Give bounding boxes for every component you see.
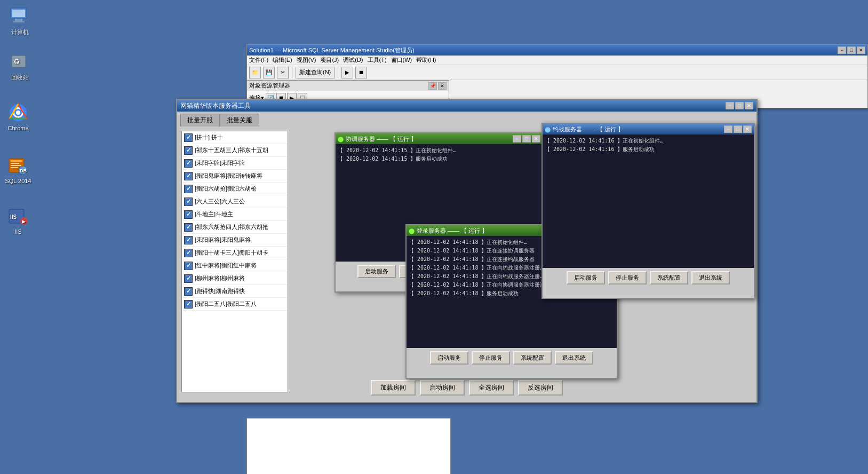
appoint-server-maximize[interactable]: □ xyxy=(734,125,742,133)
ssms-menu-project[interactable]: 项目(J) xyxy=(320,56,339,64)
room-item-8: [耒阳麻将]耒阳鬼麻将 xyxy=(182,234,288,247)
icon-iis[interactable]: IIS ▶ IIS xyxy=(1,206,35,235)
ssms-menu-debug[interactable]: 调试(D) xyxy=(343,56,363,64)
room-checkbox-4[interactable] xyxy=(184,185,193,193)
obj-explorer-pin-button[interactable]: 📌 xyxy=(428,82,437,90)
iis-label: IIS xyxy=(14,228,21,235)
chrome-label: Chrome xyxy=(7,125,28,131)
svg-text:♻: ♻ xyxy=(13,57,20,66)
room-label-8: [耒阳麻将]耒阳鬼麻将 xyxy=(195,236,251,244)
svg-point-10 xyxy=(16,110,20,115)
ssms-titlebar: Solution1 — Microsoft SQL Server Managem… xyxy=(247,45,867,56)
coord-server-title: 协调服务器 —— 【 运行 】 xyxy=(346,135,417,143)
ssms-menu-help[interactable]: 帮助(H) xyxy=(416,56,436,64)
tab-open-servers[interactable]: 批量开服 xyxy=(180,114,220,127)
coord-start-service-button[interactable]: 启动服务 xyxy=(357,265,396,278)
appoint-server-close[interactable]: ✕ xyxy=(743,125,752,133)
icon-computer[interactable]: 计算机 xyxy=(3,5,37,36)
svg-text:IIS: IIS xyxy=(10,214,17,220)
main-tool-titlebar: 网猫精华版本服务器工具 − □ ✕ xyxy=(177,100,756,112)
coord-server-close[interactable]: ✕ xyxy=(532,135,540,143)
start-room-button[interactable]: 启动房间 xyxy=(420,380,465,396)
toolbar-btn-4[interactable]: ▶ xyxy=(341,67,353,78)
login-config-button[interactable]: 系统配置 xyxy=(513,351,552,365)
ssms-menu-file[interactable]: 文件(F) xyxy=(249,56,268,64)
toolbar-btn-5[interactable]: ⏹ xyxy=(355,67,367,78)
toolbar-sep-2 xyxy=(338,68,338,77)
room-checkbox-11[interactable] xyxy=(184,274,193,283)
recycle-label: 回收站 xyxy=(11,74,29,82)
toolbar-btn-3[interactable]: ✂ xyxy=(277,67,289,78)
desktop: 计算机 ♻ 回收站 Chrome xyxy=(0,0,868,474)
ssms-minimize-button[interactable]: − xyxy=(838,46,846,54)
ssms-menu-window[interactable]: 窗口(W) xyxy=(391,56,412,64)
toolbar-btn-1[interactable]: 📁 xyxy=(249,67,261,78)
room-checkbox-13[interactable] xyxy=(184,300,193,309)
ssms-menu-tools[interactable]: 工具(T) xyxy=(368,56,387,64)
icon-recycle[interactable]: ♻ 回收站 xyxy=(3,51,37,82)
room-item-1: [祁东十五胡三人]祁东十五胡 xyxy=(182,144,288,157)
appoint-server-log: 【 2020-12-02 14:41:16 】正在初始化组件…【 2020-12… xyxy=(543,135,754,268)
sql-label: SQL 2014 xyxy=(5,178,31,184)
ssms-menu-edit[interactable]: 编辑(E) xyxy=(273,56,292,64)
main-maximize-button[interactable]: □ xyxy=(735,102,744,109)
room-checkbox-8[interactable] xyxy=(184,236,193,244)
bottom-partial-window xyxy=(246,418,451,474)
sql-icon: DB xyxy=(7,155,29,176)
room-checkbox-5[interactable] xyxy=(184,198,193,206)
toolbar-btn-2[interactable]: 💾 xyxy=(263,67,275,78)
coord-server-titlebar: ⬤ 协调服务器 —— 【 运行 】 − □ ✕ xyxy=(336,133,543,144)
room-label-2: [耒阳字牌]耒阳字牌 xyxy=(195,159,245,167)
room-checkbox-2[interactable] xyxy=(184,159,193,168)
icon-sql2014[interactable]: DB SQL 2014 xyxy=(1,155,35,184)
login-server-buttons: 启动服务 停止服务 系统配置 退出系统 xyxy=(407,348,617,368)
ssms-maximize-button[interactable]: □ xyxy=(847,46,856,54)
new-query-button[interactable]: 新建查询(N) xyxy=(296,67,335,78)
room-item-12: [跑得快]湖南跑得快 xyxy=(182,285,288,298)
svg-text:▶: ▶ xyxy=(22,219,26,224)
appoint-stop-service-button[interactable]: 停止服务 xyxy=(608,271,647,285)
room-checkbox-12[interactable] xyxy=(184,287,193,296)
login-exit-button[interactable]: 退出系统 xyxy=(555,351,593,365)
main-close-button[interactable]: ✕ xyxy=(745,102,753,109)
bottom-action-buttons: 加载房间 启动房间 全选房间 反选房间 xyxy=(181,380,752,396)
login-stop-service-button[interactable]: 停止服务 xyxy=(472,351,510,365)
main-tool-title: 网猫精华版本服务器工具 xyxy=(180,101,251,110)
obj-explorer-close-button[interactable]: ✕ xyxy=(438,82,447,90)
coord-server-maximize[interactable]: □ xyxy=(522,135,531,143)
appoint-server-title: 约战服务器 —— 【 运行 】 xyxy=(553,125,624,133)
room-item-0: [拼十] 拼十 xyxy=(182,131,288,144)
room-checkbox-9[interactable] xyxy=(184,249,193,257)
appoint-server-minimize[interactable]: − xyxy=(724,125,732,133)
appoint-exit-button[interactable]: 退出系统 xyxy=(691,271,730,285)
room-checkbox-0[interactable] xyxy=(184,133,193,142)
deselect-button[interactable]: 反选房间 xyxy=(518,380,563,396)
select-all-button[interactable]: 全选房间 xyxy=(469,380,514,396)
room-checkbox-10[interactable] xyxy=(184,262,193,270)
appoint-config-button[interactable]: 系统配置 xyxy=(650,271,688,285)
appoint-server-buttons: 启动服务 停止服务 系统配置 退出系统 xyxy=(543,268,754,288)
ssms-titlebar-buttons: − □ ✕ xyxy=(838,46,865,54)
tab-close-servers[interactable]: 批量关服 xyxy=(220,114,259,127)
svg-rect-15 xyxy=(11,167,18,168)
room-checkbox-7[interactable] xyxy=(184,223,193,232)
room-checkbox-3[interactable] xyxy=(184,172,193,180)
login-start-service-button[interactable]: 启动服务 xyxy=(430,351,468,365)
appoint-start-service-button[interactable]: 启动服务 xyxy=(567,271,605,285)
ssms-menu-view[interactable]: 视图(V) xyxy=(297,56,316,64)
coord-server-minimize[interactable]: − xyxy=(513,135,521,143)
room-checkbox-1[interactable] xyxy=(184,146,193,155)
ssms-close-button[interactable]: ✕ xyxy=(857,46,865,54)
icon-chrome[interactable]: Chrome xyxy=(1,102,35,131)
load-room-button[interactable]: 加载房间 xyxy=(371,380,416,396)
coord-log-entry: 【 2020-12-02 14:41:15 】服务启动成功 xyxy=(338,155,540,163)
room-checkbox-6[interactable] xyxy=(184,210,193,219)
room-item-13: [衡阳二五八]衡阳二五八 xyxy=(182,298,288,311)
svg-rect-1 xyxy=(12,10,25,17)
room-label-11: [柳州麻将]柳州麻将 xyxy=(195,274,245,282)
room-item-6: [斗地主]斗地主 xyxy=(182,208,288,221)
computer-icon xyxy=(9,5,30,27)
main-minimize-button[interactable]: − xyxy=(726,102,734,109)
appoint-server-window: ⬤ 约战服务器 —— 【 运行 】 − □ ✕ 【 2020-12-02 14:… xyxy=(541,123,755,299)
svg-rect-3 xyxy=(13,21,25,22)
